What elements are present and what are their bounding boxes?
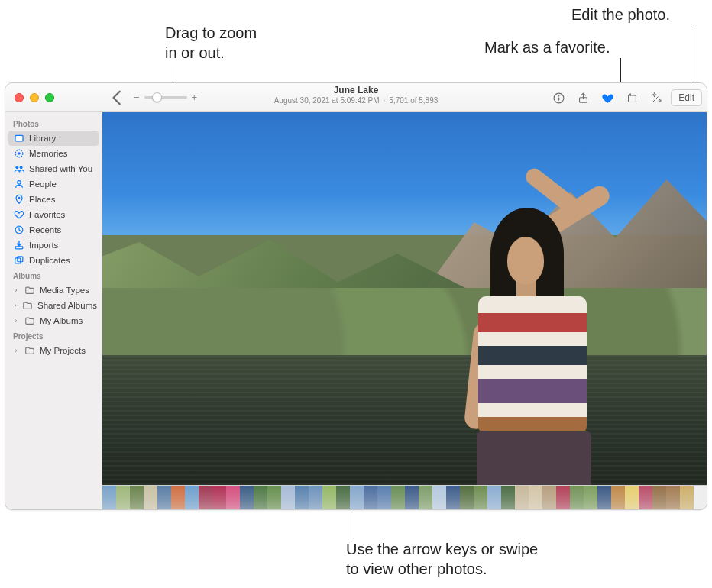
filmstrip-thumb[interactable]: [377, 486, 391, 509]
filmstrip-thumb[interactable]: [102, 486, 116, 509]
zoom-slider-thumb[interactable]: [152, 92, 162, 102]
filmstrip-thumb[interactable]: [556, 486, 570, 509]
sidebar-item-library[interactable]: Library: [8, 131, 99, 146]
chevron-right-icon: ›: [13, 302, 18, 309]
photo-canvas[interactable]: [102, 112, 707, 485]
filmstrip-thumb[interactable]: [474, 486, 487, 509]
duplicates-icon: [13, 255, 24, 267]
sidebar-item-label: Memories: [29, 149, 67, 158]
svg-rect-4: [628, 95, 636, 101]
filmstrip-thumb[interactable]: [666, 486, 680, 509]
sidebar-item-label: My Albums: [40, 316, 83, 325]
filmstrip-thumb[interactable]: [281, 486, 295, 509]
filmstrip-thumb[interactable]: [130, 486, 144, 509]
filmstrip-thumb[interactable]: [391, 486, 405, 509]
filmstrip-thumb[interactable]: [680, 486, 694, 509]
sidebar-item-shared-albums[interactable]: › Shared Albums: [5, 298, 102, 313]
favorite-button[interactable]: [597, 88, 617, 108]
filmstrip-thumb[interactable]: [487, 486, 501, 509]
chevron-right-icon: ›: [13, 317, 19, 325]
filmstrip-thumb[interactable]: [157, 486, 171, 509]
filmstrip-thumb[interactable]: [116, 486, 130, 509]
svg-point-1: [558, 95, 559, 96]
separator-dot: ·: [384, 96, 386, 105]
sidebar-item-shared[interactable]: Shared with You: [5, 161, 102, 176]
sidebar-item-my-albums[interactable]: › My Albums: [5, 313, 102, 328]
share-button[interactable]: [573, 88, 593, 108]
photo-decor: [478, 296, 587, 434]
filmstrip-thumb[interactable]: [515, 486, 529, 509]
sidebar-item-media-types[interactable]: › Media Types: [5, 283, 102, 298]
zoom-controls: − +: [134, 92, 197, 103]
photo-title: June Lake: [274, 86, 439, 96]
sidebar-item-my-projects[interactable]: › My Projects: [5, 343, 102, 358]
filmstrip-thumb[interactable]: [570, 486, 584, 509]
callout-zoom: Drag to zoom in or out.: [165, 23, 257, 63]
filmstrip-thumb[interactable]: [309, 486, 322, 509]
filmstrip-thumb[interactable]: [529, 486, 542, 509]
filmstrip-thumb[interactable]: [652, 486, 666, 509]
sidebar-heading-projects: Projects: [5, 328, 102, 343]
filmstrip-thumb[interactable]: [171, 486, 185, 509]
filmstrip-thumb[interactable]: [364, 486, 377, 509]
sidebar-item-label: Shared Albums: [37, 301, 97, 310]
filmstrip-thumb[interactable]: [267, 486, 281, 509]
filmstrip-thumb[interactable]: [405, 486, 419, 509]
rotate-button[interactable]: [622, 88, 642, 108]
sidebar-item-label: Imports: [29, 241, 58, 250]
back-button[interactable]: [109, 89, 126, 107]
sidebar-item-label: Favorites: [29, 210, 65, 219]
sidebar-item-imports[interactable]: Imports: [5, 237, 102, 253]
sidebar-item-label: Library: [29, 134, 56, 143]
filmstrip-thumb[interactable]: [446, 486, 460, 509]
info-button[interactable]: [549, 88, 568, 108]
edit-button[interactable]: Edit: [671, 89, 702, 106]
filmstrip-thumb[interactable]: [432, 486, 446, 509]
enhance-button[interactable]: [646, 88, 666, 108]
filmstrip-thumb[interactable]: [419, 486, 432, 509]
folder-icon: [24, 345, 35, 357]
filmstrip-thumb[interactable]: [611, 486, 625, 509]
filmstrip-thumb[interactable]: [350, 486, 364, 509]
filmstrip-thumb[interactable]: [584, 486, 597, 509]
filmstrip-thumb[interactable]: [336, 486, 350, 509]
photo-viewer: [102, 112, 707, 509]
toolbar-right: Edit: [549, 83, 702, 112]
zoom-slider[interactable]: [144, 96, 187, 99]
fullscreen-window-button[interactable]: [45, 93, 54, 102]
library-icon: [13, 133, 24, 144]
chevron-right-icon: ›: [13, 347, 19, 354]
memories-icon: [13, 148, 24, 160]
places-icon: [13, 194, 24, 205]
filmstrip-thumb[interactable]: [185, 486, 199, 509]
sidebar-item-places[interactable]: Places: [5, 192, 102, 207]
filmstrip-thumb[interactable]: [254, 486, 267, 509]
filmstrip-thumb[interactable]: [625, 486, 639, 509]
filmstrip-thumb[interactable]: [226, 486, 240, 509]
sidebar-item-recents[interactable]: Recents: [5, 222, 102, 237]
filmstrip-thumb[interactable]: [212, 486, 226, 509]
close-window-button[interactable]: [15, 93, 24, 102]
filmstrip-thumb[interactable]: [322, 486, 336, 509]
filmstrip-thumb[interactable]: [144, 486, 157, 509]
filmstrip-thumb[interactable]: [501, 486, 515, 509]
filmstrip-thumb[interactable]: [295, 486, 309, 509]
sidebar-item-people[interactable]: People: [5, 176, 102, 192]
sidebar-heading-albums: Albums: [5, 268, 102, 283]
sidebar-item-duplicates[interactable]: Duplicates: [5, 253, 102, 268]
zoom-out-label: −: [134, 92, 140, 103]
filmstrip-thumb[interactable]: [460, 486, 474, 509]
filmstrip-thumb[interactable]: [240, 486, 254, 509]
minimize-window-button[interactable]: [30, 93, 39, 102]
sidebar-item-label: Places: [29, 195, 56, 204]
callout-favorite: Mark as a favorite.: [484, 37, 610, 57]
filmstrip-thumb[interactable]: [639, 486, 652, 509]
filmstrip-thumb[interactable]: [597, 486, 611, 509]
filmstrip[interactable]: [102, 485, 707, 509]
photo-decor: [477, 431, 591, 485]
photo-decor: [507, 237, 544, 284]
sidebar-item-favorites[interactable]: Favorites: [5, 207, 102, 222]
sidebar-item-memories[interactable]: Memories: [5, 146, 102, 161]
filmstrip-thumb[interactable]: [542, 486, 556, 509]
filmstrip-thumb[interactable]: [199, 486, 212, 509]
